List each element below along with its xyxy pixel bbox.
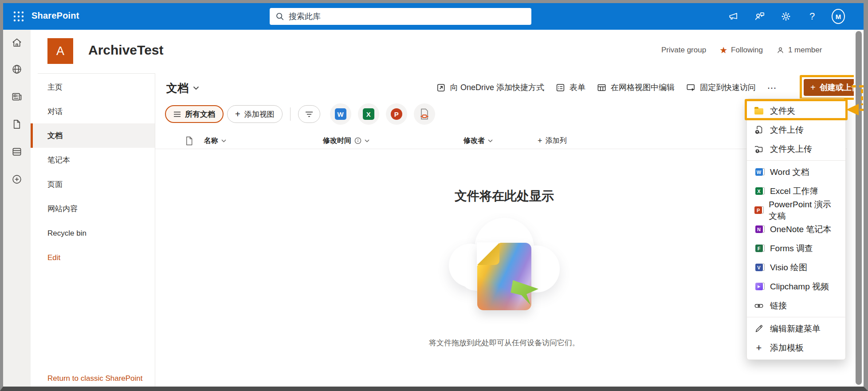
current-view-pill[interactable]: 所有文档: [165, 105, 224, 123]
menu-item-powerpoint-presentation[interactable]: PowerPoint 演示文稿: [747, 201, 845, 220]
empty-state-heading: 文件将在此处显示: [371, 188, 637, 205]
search-box[interactable]: [270, 8, 531, 25]
add-circle-icon[interactable]: [11, 174, 23, 185]
annotation-dash-line: [861, 89, 863, 105]
menu-divider: [747, 317, 845, 317]
folder-icon: [754, 107, 764, 115]
nav-item-edit[interactable]: Edit: [31, 245, 155, 270]
site-navigation: 主页 对话 文档 笔记本 页面 网站内容 Recycle bin Edit Re…: [31, 73, 155, 387]
site-meta: Private group ★ Following 1 member: [661, 46, 822, 55]
pin-quick-access-button[interactable]: 固定到快速访问: [686, 82, 756, 93]
empty-state: 文件将在此处显示 将文件拖放到此处即可从任何设备访问它们。: [371, 188, 637, 348]
nav-item-site-contents[interactable]: 网站内容: [31, 197, 155, 221]
file-type-column[interactable]: [185, 133, 193, 149]
link-icon: [754, 301, 764, 311]
megaphone-icon[interactable]: [727, 10, 740, 23]
list-library-icon[interactable]: [11, 146, 23, 158]
site-header: A ArchiveTest Private group ★ Following …: [31, 30, 854, 73]
list-header: 名称 修改时间 修改者 + 添加列: [155, 133, 847, 149]
filter-icon: [305, 111, 313, 117]
suite-app-name[interactable]: SharePoint: [31, 11, 79, 21]
modified-by-column-header[interactable]: 修改者: [463, 133, 493, 149]
forms-command-button[interactable]: 表单: [555, 82, 585, 93]
document-icon[interactable]: [11, 118, 23, 130]
following-button[interactable]: ★ Following: [719, 46, 763, 55]
nav-item-recycle-bin[interactable]: Recycle bin: [31, 221, 155, 245]
more-commands-button[interactable]: …: [767, 80, 778, 95]
form-document-app-button[interactable]: [414, 103, 435, 125]
menu-item-word-document[interactable]: Word 文档: [747, 162, 845, 182]
menu-item-link[interactable]: 链接: [747, 296, 845, 315]
grid-edit-button[interactable]: 在网格视图中编辑: [597, 82, 675, 93]
chevron-down-icon: [193, 86, 199, 90]
star-icon: ★: [719, 46, 727, 55]
plus-icon: +: [810, 83, 816, 92]
menu-item-onenote-notebook[interactable]: OneNote 笔记本: [747, 220, 845, 239]
file-upload-icon: [754, 125, 764, 135]
chevron-down-icon: [365, 139, 369, 142]
folder-upload-icon: [754, 144, 764, 154]
account-avatar[interactable]: M: [832, 10, 845, 23]
suite-actions: ? M: [727, 3, 845, 30]
app-shortcuts: [330, 103, 435, 125]
menu-item-visio-drawing[interactable]: Visio 绘图: [747, 258, 845, 277]
create-upload-menu: 文件夹 文件上传 文件夹上传 Word 文档 Excel 工作簿: [746, 99, 846, 360]
grid-edit-icon: [597, 83, 607, 93]
nav-item-conversations[interactable]: 对话: [31, 99, 155, 124]
library-title-dropdown[interactable]: 文档: [166, 81, 199, 95]
feedback-people-icon[interactable]: [753, 10, 766, 23]
return-classic-link[interactable]: Return to classic SharePoint: [47, 374, 143, 383]
form-document-icon: [419, 108, 430, 120]
nav-item-home[interactable]: 主页: [31, 75, 155, 99]
nav-item-notebook[interactable]: 笔记本: [31, 148, 155, 172]
info-icon: [354, 137, 361, 144]
nav-item-documents[interactable]: 文档: [31, 123, 155, 148]
site-logo[interactable]: A: [47, 38, 73, 64]
add-view-pill[interactable]: + 添加视图: [227, 105, 283, 123]
scrollbar-thumb[interactable]: [856, 31, 862, 385]
home-icon[interactable]: [11, 37, 23, 48]
powerpoint-app-button[interactable]: [386, 103, 407, 125]
app-launcher-icon[interactable]: [12, 10, 25, 23]
menu-item-edit-new-menu[interactable]: 编辑新建菜单: [747, 319, 845, 338]
menu-divider: [747, 160, 845, 161]
members-button[interactable]: 1 member: [776, 46, 822, 55]
suite-bar: SharePoint: [3, 3, 864, 30]
menu-item-folder-upload[interactable]: 文件夹上传: [747, 139, 845, 158]
command-bar: 向 OneDrive 添加快捷方式 表单 在网格视图中编辑: [436, 79, 850, 96]
forms-icon: [754, 245, 764, 252]
settings-gear-icon[interactable]: [779, 10, 793, 23]
add-column-button[interactable]: + 添加列: [538, 133, 567, 149]
nav-item-pages[interactable]: 页面: [31, 172, 155, 197]
annotation-arrow: [846, 104, 859, 115]
chevron-down-icon: [488, 139, 493, 142]
menu-item-clipchamp-video[interactable]: Clipchamp 视频: [747, 277, 845, 296]
pin-icon: [686, 83, 696, 93]
app-rail: [3, 30, 31, 387]
views-toolbar: 所有文档 + 添加视图: [165, 104, 435, 124]
scrollbar[interactable]: [854, 30, 864, 387]
menu-item-file-upload[interactable]: 文件上传: [747, 120, 845, 139]
search-input[interactable]: [289, 12, 526, 21]
add-onedrive-shortcut-button[interactable]: 向 OneDrive 添加快捷方式: [436, 82, 544, 93]
annotation-dash-line: [860, 109, 868, 111]
menu-item-forms-survey[interactable]: Forms 调查: [747, 239, 845, 258]
help-icon[interactable]: ?: [805, 10, 819, 23]
filter-pill[interactable]: [298, 105, 320, 123]
news-icon[interactable]: [11, 91, 23, 103]
menu-item-add-template[interactable]: + 添加模板: [747, 338, 845, 357]
globe-icon[interactable]: [11, 63, 23, 75]
plus-icon: +: [235, 110, 240, 118]
menu-item-excel-workbook[interactable]: Excel 工作簿: [747, 182, 845, 201]
view-list-icon: [173, 111, 181, 117]
name-column-header[interactable]: 名称: [204, 133, 226, 149]
search-icon: [275, 12, 284, 21]
excel-app-button[interactable]: [358, 103, 379, 125]
site-title[interactable]: ArchiveTest: [88, 43, 164, 58]
modified-column-header[interactable]: 修改时间: [323, 133, 369, 149]
library-title: 文档: [166, 81, 189, 95]
word-app-button[interactable]: [330, 103, 351, 125]
menu-item-folder[interactable]: 文件夹: [747, 101, 845, 120]
powerpoint-icon: [754, 206, 763, 214]
clipchamp-icon: [754, 283, 764, 290]
